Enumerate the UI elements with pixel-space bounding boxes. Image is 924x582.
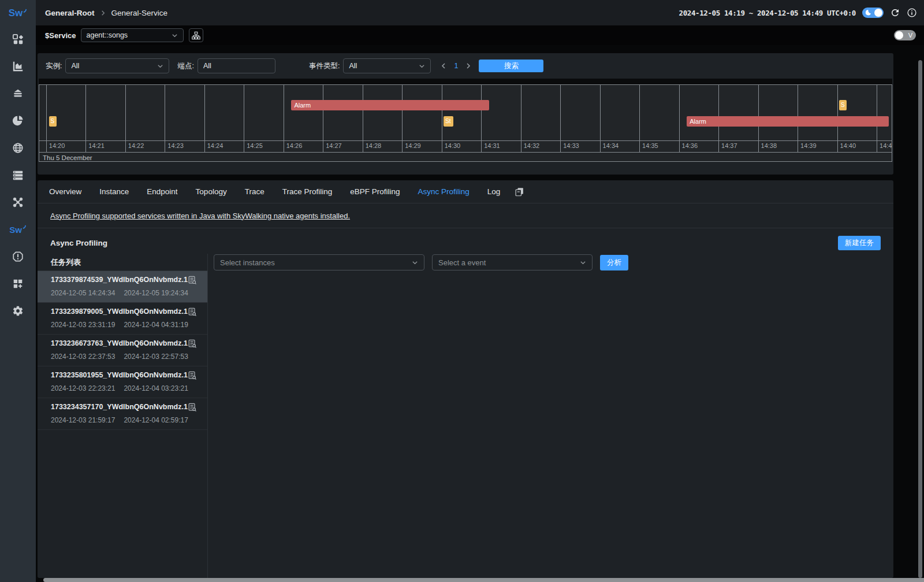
- new-task-button[interactable]: 新建任务: [838, 236, 881, 250]
- axis-tick-label: 14:34: [603, 142, 619, 149]
- axis-tick-label: 14:27: [326, 142, 342, 149]
- sidebar-nav: Sw: [9, 27, 27, 317]
- tab-trace[interactable]: Trace: [245, 187, 264, 196]
- skywalking-nav-icon[interactable]: Sw: [9, 224, 27, 235]
- axis-tick-label: 14:38: [761, 142, 777, 149]
- task-log-inspect-icon[interactable]: [188, 307, 197, 317]
- service-bar: $Service agent::songs V: [36, 25, 924, 45]
- task-id: 1733235801955_YWdlbnQ6OnNvbmdz.1: [51, 371, 188, 379]
- tab-log[interactable]: Log: [487, 187, 501, 196]
- tab-topology[interactable]: Topology: [196, 187, 227, 196]
- sidebar: Sw Sw: [0, 0, 36, 582]
- task-log-inspect-icon[interactable]: [188, 339, 197, 349]
- version-toggle-wrap: V: [894, 30, 916, 40]
- breadcrumb-current[interactable]: General-Service: [111, 9, 168, 17]
- timeline-gridline: [46, 85, 47, 152]
- tab-trace-profiling[interactable]: Trace Profiling: [282, 187, 333, 196]
- tab-overview[interactable]: Overview: [49, 187, 81, 196]
- vertical-scrollbar[interactable]: [918, 60, 922, 578]
- page-number[interactable]: 1: [454, 62, 458, 70]
- tab-endpoint[interactable]: Endpoint: [147, 187, 177, 196]
- info-icon[interactable]: [907, 8, 917, 18]
- service-mesh-icon[interactable]: [12, 115, 24, 127]
- dark-mode-toggle[interactable]: [862, 8, 884, 18]
- timeline-gridline: [402, 85, 403, 152]
- tab-async-profiling[interactable]: Async Profiling: [418, 187, 470, 196]
- task-id: 1733234357170_YWdlbnQ6OnNvbmdz.1: [51, 403, 188, 411]
- timeline-date-label: Thu 5 December: [43, 154, 92, 161]
- instance-filter-label: 实例:: [46, 61, 62, 71]
- dashboards-icon[interactable]: [12, 34, 24, 45]
- tab-ebpf-profiling[interactable]: eBPF Profiling: [350, 187, 400, 196]
- analyze-button[interactable]: 分析: [600, 255, 628, 270]
- timeline-gridline: [204, 85, 205, 152]
- task-log-inspect-icon[interactable]: [188, 403, 197, 412]
- breadcrumb-root[interactable]: General-Root: [45, 9, 95, 17]
- marketplace-icon[interactable]: [12, 278, 24, 290]
- time-range-picker[interactable]: 2024-12-05 14:19 ~ 2024-12-05 14:49 UTC+…: [679, 9, 856, 17]
- instance-filter-select[interactable]: All: [65, 58, 169, 73]
- select-event-dropdown[interactable]: Select a event: [432, 254, 593, 270]
- refresh-icon[interactable]: [890, 8, 900, 18]
- async-profiling-doc-link[interactable]: Async Profiling supported services writt…: [50, 212, 350, 220]
- tab-instance[interactable]: Instance: [99, 187, 129, 196]
- service-select[interactable]: agent::songs: [81, 28, 184, 42]
- select-event-placeholder: Select a event: [438, 258, 486, 267]
- timeline-gridline: [165, 85, 165, 152]
- settings-gear-icon[interactable]: [12, 305, 24, 317]
- task-item[interactable]: 1733236673763_YWdlbnQ6OnNvbmdz.12024-12-…: [38, 335, 207, 366]
- task-item[interactable]: 1733235801955_YWdlbnQ6OnNvbmdz.12024-12-…: [38, 366, 207, 398]
- task-log-inspect-icon[interactable]: [188, 276, 197, 285]
- tab-bar: OverviewInstanceEndpointTopologyTraceTra…: [38, 180, 893, 203]
- alarm-event-bar[interactable]: Alarm: [687, 116, 888, 127]
- event-marker[interactable]: S: [839, 100, 847, 110]
- alerting-icon[interactable]: [12, 251, 24, 262]
- service-label: $Service: [45, 31, 76, 40]
- topology-icon[interactable]: [12, 197, 24, 208]
- events-panel: 实例: All 端点: All 事件类型: All 1 搜索 Thu 5 Dec…: [38, 53, 893, 175]
- search-button[interactable]: 搜索: [479, 60, 543, 72]
- task-item[interactable]: 1733234357170_YWdlbnQ6OnNvbmdz.12024-12-…: [38, 398, 207, 430]
- version-toggle-knob: [895, 31, 903, 39]
- service-topology-button[interactable]: [189, 28, 203, 42]
- axis-tick-label: 14:35: [642, 142, 658, 149]
- database-icon[interactable]: [12, 88, 24, 99]
- chevron-down-icon: [580, 260, 586, 266]
- task-id: 1733239879005_YWdlbnQ6OnNvbmdz.1: [51, 307, 188, 316]
- task-item[interactable]: 1733239879005_YWdlbnQ6OnNvbmdz.12024-12-…: [38, 303, 207, 335]
- copy-tabs-icon[interactable]: [515, 187, 524, 197]
- event-type-filter-select[interactable]: All: [343, 58, 431, 73]
- prev-page-icon[interactable]: [440, 62, 447, 69]
- task-log-inspect-icon[interactable]: [188, 371, 197, 380]
- skywalking-logo[interactable]: Sw: [9, 0, 28, 27]
- event-marker[interactable]: S: [49, 116, 57, 127]
- axis-tick-label: 14:39: [800, 142, 817, 149]
- axis-tick-label: 14:37: [721, 142, 737, 149]
- globe-icon[interactable]: [12, 142, 24, 154]
- general-service-chart-icon[interactable]: [12, 61, 24, 72]
- sw-text: Sw: [9, 225, 22, 235]
- task-item[interactable]: 1733379874539_YWdlbnQ6OnNvbmdz.12024-12-…: [38, 271, 207, 303]
- topbar-actions: 2024-12-05 14:19 ~ 2024-12-05 14:49 UTC+…: [679, 8, 917, 18]
- moon-icon: [865, 9, 871, 16]
- timeline-gridline: [679, 85, 680, 152]
- infrastructure-list-icon[interactable]: [12, 169, 24, 181]
- horizontal-scrollbar[interactable]: [43, 578, 924, 582]
- version-toggle[interactable]: V: [894, 30, 916, 40]
- service-detail-panel: OverviewInstanceEndpointTopologyTraceTra…: [38, 180, 893, 578]
- async-profiling-content: 任务列表 1733379874539_YWdlbnQ6OnNvbmdz.1202…: [38, 254, 893, 578]
- endpoint-filter-value: All: [203, 62, 211, 70]
- timeline-chart: Thu 5 December 14:2014:2114:2214:2314:24…: [39, 84, 892, 162]
- axis-tick-label: 14:23: [167, 142, 184, 149]
- event-marker[interactable]: St: [444, 116, 453, 127]
- select-instances-placeholder: Select instances: [220, 258, 275, 267]
- endpoint-filter-input[interactable]: All: [198, 58, 275, 73]
- next-page-icon[interactable]: [465, 62, 472, 69]
- axis-tick-label: 14:22: [128, 142, 144, 149]
- axis-tick-label: 14:29: [405, 142, 421, 149]
- axis-tick-label: 14:24: [207, 142, 223, 149]
- breadcrumb-separator-icon: [100, 10, 106, 16]
- axis-tick-label: 14:40: [840, 142, 856, 149]
- alarm-event-bar[interactable]: Alarm: [291, 100, 489, 110]
- select-instances-dropdown[interactable]: Select instances: [214, 254, 424, 270]
